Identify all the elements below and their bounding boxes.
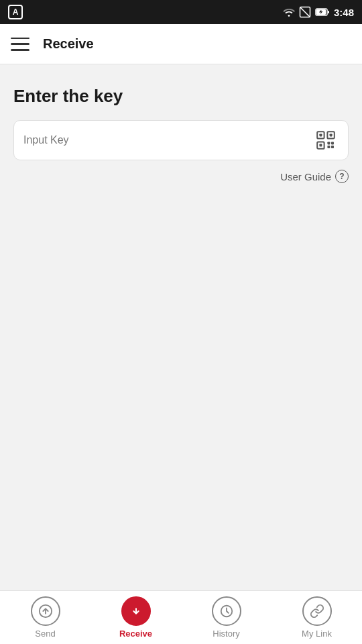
mylink-label: My Link xyxy=(302,629,332,639)
qr-icon-svg xyxy=(315,129,337,151)
svg-rect-6 xyxy=(319,133,322,136)
svg-rect-10 xyxy=(319,144,322,147)
status-time: 3:48 xyxy=(334,7,354,18)
status-bar-left: A xyxy=(8,5,23,19)
svg-rect-14 xyxy=(331,146,334,148)
history-icon xyxy=(219,604,234,619)
main-content: Enter the key User Guid xyxy=(0,64,362,590)
menu-button[interactable] xyxy=(11,38,29,51)
bottom-nav: Send Receive History xyxy=(0,590,362,644)
mylink-icon xyxy=(310,604,324,619)
history-label: History xyxy=(213,629,239,639)
wifi-icon xyxy=(283,7,295,17)
user-guide-label[interactable]: User Guide xyxy=(280,171,331,182)
svg-line-1 xyxy=(300,7,310,17)
history-icon-circle xyxy=(212,596,241,626)
battery-icon xyxy=(315,7,330,17)
nav-item-history[interactable]: History xyxy=(181,596,272,639)
page-title: Receive xyxy=(43,36,94,52)
status-bar-right: 3:48 xyxy=(283,6,354,18)
signal-icon xyxy=(299,6,311,18)
help-icon[interactable]: ? xyxy=(335,170,349,183)
user-guide-row: User Guide ? xyxy=(13,170,349,183)
send-icon xyxy=(38,604,53,619)
receive-icon-circle xyxy=(121,596,151,626)
top-bar: Receive xyxy=(0,24,362,64)
status-bar: A 3:48 xyxy=(0,0,362,24)
receive-label: Receive xyxy=(119,629,152,639)
svg-rect-4 xyxy=(328,11,329,13)
svg-rect-11 xyxy=(327,142,330,144)
svg-rect-13 xyxy=(327,146,330,148)
section-title: Enter the key xyxy=(13,86,349,107)
key-input-container xyxy=(13,120,349,160)
receive-icon xyxy=(129,604,143,619)
mylink-icon-circle xyxy=(302,596,332,626)
nav-item-mylink[interactable]: My Link xyxy=(272,596,362,639)
svg-rect-12 xyxy=(331,142,334,144)
send-icon-circle xyxy=(31,596,60,626)
nav-item-send[interactable]: Send xyxy=(0,596,90,639)
qr-scan-button[interactable] xyxy=(313,127,339,153)
nav-item-receive[interactable]: Receive xyxy=(90,596,181,639)
send-label: Send xyxy=(35,629,55,639)
app-icon: A xyxy=(8,5,23,19)
key-input[interactable] xyxy=(23,134,313,146)
svg-rect-8 xyxy=(330,133,333,136)
